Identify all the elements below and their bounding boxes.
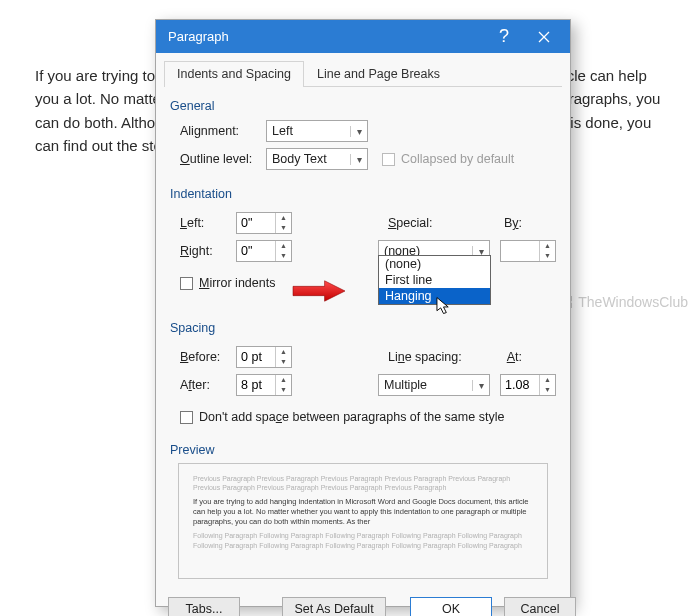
svg-marker-7: [437, 298, 448, 314]
indent-right-label: Right:: [170, 244, 236, 258]
tabs-button[interactable]: Tabs...: [168, 597, 240, 616]
after-label: After:: [170, 378, 236, 392]
option-none[interactable]: (none): [379, 256, 490, 272]
indent-left-label: Left:: [170, 216, 236, 230]
tab-indents-spacing[interactable]: Indents and Spacing: [164, 61, 304, 87]
close-icon: [538, 31, 550, 43]
line-spacing-label: Line spacing:: [378, 350, 474, 364]
section-general: General: [170, 99, 556, 113]
ok-button[interactable]: OK: [410, 597, 492, 616]
by-input[interactable]: ▲▼: [500, 240, 556, 262]
chevron-down-icon: ▾: [350, 126, 364, 137]
collapsed-checkbox: Collapsed by default: [382, 152, 514, 166]
section-spacing: Spacing: [170, 321, 556, 335]
help-button[interactable]: ?: [486, 20, 522, 53]
mouse-cursor-icon: [436, 296, 451, 316]
alignment-label: Alignment:: [170, 124, 266, 138]
after-input[interactable]: ▲▼: [236, 374, 292, 396]
dont-add-space-checkbox[interactable]: Don't add space between paragraphs of th…: [180, 410, 504, 424]
alignment-select[interactable]: Left ▾: [266, 120, 368, 142]
tab-strip: Indents and Spacing Line and Page Breaks: [164, 61, 562, 87]
special-dropdown-list[interactable]: (none) First line Hanging: [378, 255, 491, 305]
indent-right-input[interactable]: ▲▼: [236, 240, 292, 262]
by-label: By:: [504, 216, 522, 230]
special-label: Special:: [378, 216, 474, 230]
paragraph-dialog: Paragraph ? Indents and Spacing Line and…: [155, 19, 571, 607]
close-button[interactable]: [522, 20, 566, 53]
titlebar[interactable]: Paragraph ?: [156, 20, 570, 53]
outline-select[interactable]: Body Text ▾: [266, 148, 368, 170]
preview-box: Previous Paragraph Previous Paragraph Pr…: [178, 463, 548, 579]
cancel-button[interactable]: Cancel: [504, 597, 576, 616]
tab-line-page-breaks[interactable]: Line and Page Breaks: [304, 61, 453, 87]
line-spacing-select[interactable]: Multiple ▾: [378, 374, 490, 396]
outline-label: Outline level:: [170, 152, 266, 166]
mirror-indents-checkbox[interactable]: Mirror indents: [180, 276, 275, 290]
at-input[interactable]: ▲▼: [500, 374, 556, 396]
section-indentation: Indentation: [170, 187, 556, 201]
indent-left-input[interactable]: ▲▼: [236, 212, 292, 234]
watermark: TheWindowsClub: [558, 294, 688, 310]
chevron-down-icon: ▾: [350, 154, 364, 165]
at-label: At:: [507, 350, 522, 364]
chevron-down-icon: ▾: [472, 380, 486, 391]
option-hanging[interactable]: Hanging: [379, 288, 490, 304]
option-first-line[interactable]: First line: [379, 272, 490, 288]
set-default-button[interactable]: Set As Default: [282, 597, 386, 616]
section-preview: Preview: [170, 443, 556, 457]
dialog-button-bar: Tabs... Set As Default OK Cancel: [156, 591, 570, 616]
before-input[interactable]: ▲▼: [236, 346, 292, 368]
dialog-title: Paragraph: [168, 29, 486, 44]
before-label: Before:: [170, 350, 236, 364]
